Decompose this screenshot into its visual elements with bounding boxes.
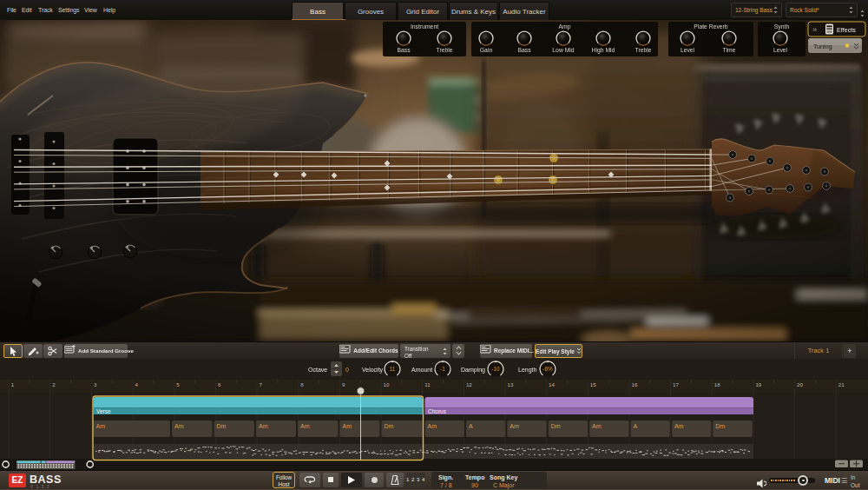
svg-text:Am: Am xyxy=(592,423,602,429)
svg-text:Am: Am xyxy=(343,423,352,429)
svg-text:Dm: Dm xyxy=(217,423,227,429)
svg-text:3: 3 xyxy=(94,381,97,387)
svg-text:11: 11 xyxy=(390,366,396,372)
svg-text:9: 9 xyxy=(342,381,345,387)
svg-text:Dm: Dm xyxy=(551,423,561,429)
svg-text:Am: Am xyxy=(259,423,268,429)
svg-text:Dm: Dm xyxy=(385,423,394,429)
svg-text:15: 15 xyxy=(590,381,596,387)
svg-text:Dm: Dm xyxy=(715,423,725,429)
svg-text:Gain: Gain xyxy=(480,47,493,53)
svg-text:12: 12 xyxy=(466,381,472,387)
svg-text:Level: Level xyxy=(773,47,788,53)
svg-text:13: 13 xyxy=(508,381,514,387)
svg-text:21: 21 xyxy=(838,381,845,387)
svg-text:Am: Am xyxy=(174,423,184,429)
svg-text:6: 6 xyxy=(218,381,221,387)
svg-text:Bass: Bass xyxy=(517,47,531,53)
svg-text:Plate Reverb: Plate Reverb xyxy=(694,23,728,30)
svg-text:Am: Am xyxy=(96,423,106,429)
svg-text:-1: -1 xyxy=(440,366,445,372)
svg-text:»: » xyxy=(812,24,817,34)
svg-text:18: 18 xyxy=(714,381,720,387)
svg-text:Am: Am xyxy=(428,423,437,429)
svg-text:Tuning: Tuning xyxy=(813,43,832,50)
svg-text:Bass: Bass xyxy=(397,47,411,53)
svg-text:20: 20 xyxy=(797,381,803,387)
svg-text:2: 2 xyxy=(52,381,56,387)
svg-text:A: A xyxy=(469,423,473,429)
svg-text:Verse: Verse xyxy=(96,408,111,414)
svg-text:7: 7 xyxy=(260,381,263,387)
svg-text:Amp: Amp xyxy=(559,23,571,30)
svg-text:14: 14 xyxy=(549,381,555,387)
svg-text:Treble: Treble xyxy=(635,47,651,53)
svg-text:High Mid: High Mid xyxy=(592,47,615,54)
svg-text:1: 1 xyxy=(11,381,15,387)
svg-text:19: 19 xyxy=(755,381,761,387)
svg-text:A: A xyxy=(634,423,638,429)
svg-text:Chorus: Chorus xyxy=(428,408,447,414)
svg-text:Am: Am xyxy=(510,423,519,429)
svg-text:Effects: Effects xyxy=(837,26,856,34)
svg-text:Am: Am xyxy=(674,423,684,429)
svg-text:17: 17 xyxy=(673,381,679,387)
svg-text:5: 5 xyxy=(176,381,180,387)
svg-text:-10: -10 xyxy=(491,366,500,372)
svg-text:Am: Am xyxy=(300,423,310,429)
svg-text:Time: Time xyxy=(723,47,736,53)
svg-text:Treble: Treble xyxy=(436,47,452,53)
svg-text:11: 11 xyxy=(424,381,431,387)
svg-text:Level: Level xyxy=(681,47,695,53)
svg-text:Synth: Synth xyxy=(774,23,790,30)
svg-text:8: 8 xyxy=(300,381,304,387)
svg-text:-6%: -6% xyxy=(542,366,553,372)
svg-text:10: 10 xyxy=(384,381,390,387)
svg-text:Instrument: Instrument xyxy=(411,23,438,30)
svg-text:16: 16 xyxy=(632,381,638,387)
svg-text:4: 4 xyxy=(135,381,139,387)
svg-text:Low Mid: Low Mid xyxy=(552,47,575,53)
